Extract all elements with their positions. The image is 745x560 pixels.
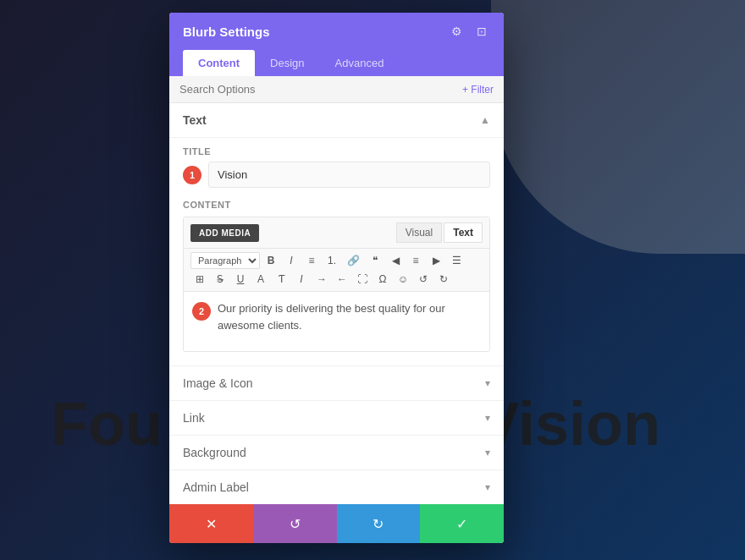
background-label: Background	[183, 446, 246, 459]
outdent-button[interactable]: ←	[333, 271, 351, 288]
text-section-content: Title 1 Content ADD MEDIA Visual Text	[169, 138, 504, 365]
strikethrough-button[interactable]: S̶	[211, 271, 229, 288]
underline-button[interactable]: U	[231, 271, 250, 288]
modal-body: Text ▲ Title 1 Content ADD MEDIA Visual …	[169, 103, 504, 504]
unordered-list-button[interactable]: ≡	[302, 252, 321, 269]
align-left-button[interactable]: ◀	[386, 252, 405, 269]
omega-button[interactable]: Ω	[373, 271, 392, 288]
blockquote-button[interactable]: ❝	[366, 252, 384, 269]
table-button[interactable]: ⊞	[190, 271, 209, 288]
modal-footer: ✕ ↺ ↻ ✓	[169, 504, 504, 543]
link-section[interactable]: Link ▾	[169, 400, 504, 435]
title-field-label: Title	[183, 146, 490, 156]
italic-button[interactable]: I	[282, 252, 301, 269]
title-input[interactable]	[208, 162, 490, 188]
link-chevron: ▾	[485, 412, 490, 424]
search-input[interactable]	[179, 83, 462, 96]
visual-text-toggle: Visual Text	[396, 222, 483, 243]
tab-design[interactable]: Design	[255, 50, 319, 76]
align-justify-button[interactable]: ☰	[447, 252, 466, 269]
link-button[interactable]: 🔗	[343, 252, 364, 269]
tab-content[interactable]: Content	[183, 50, 255, 76]
modal-header: Blurb Settings ⚙ ⊡	[169, 13, 504, 50]
admin-label-label: Admin Label	[183, 480, 249, 494]
filter-button[interactable]: + Filter	[462, 84, 494, 96]
image-icon-chevron: ▾	[485, 377, 490, 389]
toolbar-row-1: Paragraph B I ≡ 1. 🔗 ❝ ◀ ≡ ▶ ☰	[190, 252, 483, 269]
visual-toggle-btn[interactable]: Visual	[396, 222, 442, 243]
text-color-button[interactable]: A	[251, 271, 270, 288]
redo-button[interactable]: ↻	[337, 504, 421, 543]
image-icon-section[interactable]: Image & Icon ▾	[169, 365, 504, 400]
fullscreen-button[interactable]: ⛶	[353, 271, 372, 288]
search-bar: + Filter	[169, 76, 504, 103]
undo-editor-button[interactable]: ↺	[414, 271, 433, 288]
title-input-row: 1	[183, 162, 490, 188]
save-button[interactable]: ✓	[420, 504, 504, 543]
text-toggle-btn[interactable]: Text	[444, 222, 483, 243]
blurb-settings-modal: Blurb Settings ⚙ ⊡ Content Design Advanc…	[169, 13, 504, 543]
link-label: Link	[183, 411, 205, 425]
editor-toolbar: Paragraph B I ≡ 1. 🔗 ❝ ◀ ≡ ▶ ☰ ⊞	[184, 249, 489, 292]
content-field-label: Content	[183, 200, 490, 210]
tab-advanced[interactable]: Advanced	[320, 50, 400, 76]
redo-editor-button[interactable]: ↻	[434, 271, 453, 288]
text-section-collapse-icon: ▲	[480, 114, 490, 126]
badge-2: 2	[192, 302, 211, 321]
editor-top-bar: ADD MEDIA Visual Text	[184, 217, 489, 249]
italic-alt-button[interactable]: I	[292, 271, 311, 288]
modal-header-icons: ⚙ ⊡	[448, 23, 490, 40]
background-section[interactable]: Background ▾	[169, 435, 504, 469]
bold-button[interactable]: B	[262, 252, 280, 269]
admin-label-chevron: ▾	[485, 481, 490, 493]
indent-button[interactable]: →	[312, 271, 331, 288]
admin-label-section[interactable]: Admin Label ▾	[169, 469, 504, 504]
editor-content-area: 2 Our priority is delivering the best qu…	[184, 292, 489, 351]
undo-button[interactable]: ↺	[253, 504, 337, 543]
background-chevron: ▾	[485, 447, 490, 458]
text-section-header[interactable]: Text ▲	[169, 103, 504, 138]
bg-text-fou: Fou	[51, 389, 163, 458]
align-right-button[interactable]: ▶	[427, 252, 445, 269]
emoji-button[interactable]: ☺	[394, 271, 412, 288]
cancel-button[interactable]: ✕	[169, 504, 253, 543]
editor-text[interactable]: Our priority is delivering the best qual…	[218, 300, 481, 333]
modal-title: Blurb Settings	[183, 25, 270, 39]
paste-text-button[interactable]: Ƭ	[272, 271, 290, 288]
settings-icon[interactable]: ⚙	[448, 23, 465, 40]
align-center-button[interactable]: ≡	[406, 252, 425, 269]
bg-text-vision: Vision	[478, 389, 660, 458]
image-icon-label: Image & Icon	[183, 376, 253, 390]
paragraph-select[interactable]: Paragraph	[190, 252, 260, 269]
ordered-list-button[interactable]: 1.	[323, 252, 341, 269]
modal-tabs: Content Design Advanced	[169, 50, 504, 76]
expand-icon[interactable]: ⊡	[473, 23, 490, 40]
text-section-title: Text	[183, 113, 207, 127]
toolbar-row-2: ⊞ S̶ U A Ƭ I → ← ⛶ Ω ☺ ↺ ↻	[190, 271, 483, 288]
content-editor: ADD MEDIA Visual Text Paragraph B I ≡	[183, 217, 490, 352]
add-media-button[interactable]: ADD MEDIA	[190, 224, 259, 242]
badge-1: 1	[183, 166, 201, 184]
